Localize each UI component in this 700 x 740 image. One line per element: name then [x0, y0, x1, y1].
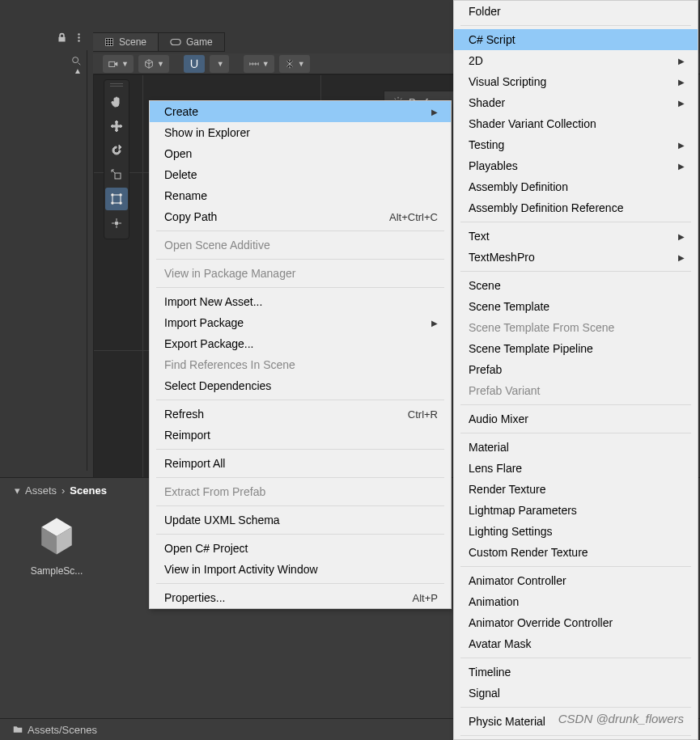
panel-tabs: Scene Game [93, 32, 225, 52]
menu-item[interactable]: Export Package... [150, 333, 451, 354]
breadcrumb[interactable]: ▾ Assets › Scenes [15, 484, 107, 497]
menu-item[interactable]: Lightmap Parameters [454, 500, 698, 521]
chevron-right-icon: ▶ [431, 319, 438, 328]
chevron-right-icon: ▶ [678, 99, 685, 108]
menu-separator [460, 433, 691, 433]
menu-item[interactable]: Assembly Definition [454, 176, 698, 197]
menu-item[interactable]: Signal [454, 683, 698, 704]
camera-icon [108, 58, 119, 70]
tool-rotate[interactable] [105, 139, 128, 162]
menu-item[interactable]: Timeline [454, 662, 698, 683]
menu-separator [156, 449, 444, 450]
menu-item[interactable]: Import Package▶ [150, 312, 451, 333]
context-menu-assets[interactable]: Create▶Show in ExplorerOpenDeleteRenameC… [149, 100, 452, 609]
menu-item[interactable]: Delete [150, 164, 451, 185]
menu-item-label: Material [469, 441, 509, 454]
collapse-icon[interactable]: ▾ [15, 484, 20, 497]
menu-item[interactable]: Lens Flare [454, 458, 698, 479]
menu-item-label: Refresh [164, 408, 204, 421]
menu-item-shortcut: Alt+Ctrl+C [389, 211, 438, 223]
menu-item[interactable]: Animator Controller [454, 570, 698, 591]
menu-item[interactable]: Render Texture [454, 479, 698, 500]
search-icon[interactable] [70, 55, 82, 66]
menu-item-label: Lighting Settings [469, 525, 553, 538]
menu-item[interactable]: Custom Render Texture [454, 542, 698, 563]
tool-move[interactable] [105, 115, 128, 137]
menu-item[interactable]: Create▶ [150, 101, 451, 122]
tool-increment[interactable]: ▼ [244, 55, 274, 73]
menu-item[interactable]: Rename [150, 185, 451, 206]
tool-scale[interactable] [105, 163, 128, 186]
menu-separator [156, 400, 444, 400]
menu-item[interactable]: Material [454, 437, 698, 458]
menu-item[interactable]: Audio Mixer [454, 408, 698, 429]
lock-icon[interactable] [57, 32, 67, 45]
menu-item[interactable]: Select Dependencies [150, 375, 451, 396]
menu-item[interactable]: Open [150, 143, 451, 164]
menu-separator [156, 534, 444, 535]
menu-item-label: Shader [469, 96, 505, 109]
kebab-icon[interactable] [74, 32, 84, 45]
svg-point-0 [78, 33, 79, 35]
menu-item[interactable]: Physic Material [454, 711, 698, 732]
tool-gizmo[interactable]: ▼ [279, 55, 310, 73]
menu-item[interactable]: Animation [454, 591, 698, 612]
menu-item[interactable]: 2D▶ [454, 50, 698, 71]
menu-item[interactable]: Shader Variant Collection [454, 113, 698, 134]
menu-item[interactable]: Animator Override Controller [454, 612, 698, 633]
menu-separator [460, 658, 691, 658]
menu-item[interactable]: Copy PathAlt+Ctrl+C [150, 206, 451, 227]
snap-icon [248, 58, 260, 70]
menu-item: Open Scene Additive [150, 235, 451, 256]
menu-item[interactable]: Prefab [454, 359, 698, 380]
tool-snap-dd[interactable]: ▼ [210, 55, 229, 73]
menu-item[interactable]: Assembly Definition Reference [454, 197, 698, 218]
tool-grid[interactable] [184, 55, 205, 73]
menu-item[interactable]: Testing▶ [454, 134, 698, 155]
menu-separator [460, 404, 691, 405]
grip-icon[interactable] [110, 83, 123, 87]
breadcrumb-current[interactable]: Scenes [70, 484, 107, 497]
menu-item-label: Avatar Mask [469, 637, 532, 650]
menu-item[interactable]: RefreshCtrl+R [150, 404, 451, 425]
menu-item[interactable]: Text▶ [454, 226, 698, 247]
menu-item[interactable]: Open C# Project [150, 538, 451, 559]
menu-item-label: Lightmap Parameters [469, 504, 577, 517]
tab-scene[interactable]: Scene [93, 33, 159, 51]
asset-item[interactable]: SampleSc... [24, 510, 89, 577]
context-menu-create[interactable]: FolderC# Script2D▶Visual Scripting▶Shade… [453, 0, 698, 740]
menu-item[interactable]: Reimport All [150, 453, 451, 474]
tool-hand[interactable] [105, 91, 128, 113]
menu-item[interactable]: Visual Scripting▶ [454, 71, 698, 92]
tool-shading[interactable]: ▼ [138, 55, 169, 73]
menu-item[interactable]: Lighting Settings [454, 521, 698, 542]
menu-item[interactable]: Shader▶ [454, 92, 698, 113]
unity-scene-icon [31, 510, 83, 562]
menu-item[interactable]: Reimport [150, 425, 451, 446]
menu-item[interactable]: View in Import Activity Window [150, 559, 451, 580]
menu-item[interactable]: Update UXML Schema [150, 510, 451, 531]
menu-item[interactable]: Properties...Alt+P [150, 587, 451, 608]
asset-label: SampleSc... [31, 565, 83, 577]
tab-game[interactable]: Game [159, 33, 225, 51]
svg-point-2 [78, 40, 79, 41]
menu-item[interactable]: Folder [454, 1, 698, 22]
menu-item[interactable]: TextMeshPro▶ [454, 247, 698, 268]
menu-item[interactable]: Show in Explorer [150, 122, 451, 143]
menu-item[interactable]: C# Script [454, 29, 698, 50]
menu-item[interactable]: Scene Template [454, 296, 698, 317]
menu-item[interactable]: Playables▶ [454, 155, 698, 176]
tool-transform[interactable] [105, 212, 128, 235]
menu-item[interactable]: Scene Template Pipeline [454, 338, 698, 359]
menu-item[interactable]: Avatar Mask [454, 633, 698, 654]
menu-separator [156, 230, 444, 231]
breadcrumb-root[interactable]: Assets [25, 484, 57, 497]
collapse-icon[interactable]: ▲ [74, 66, 82, 75]
tool-rect[interactable] [105, 188, 128, 210]
menu-item[interactable]: Scene [454, 275, 698, 296]
menu-item[interactable]: Import New Asset... [150, 291, 451, 312]
svg-point-8 [112, 194, 114, 197]
menu-separator [460, 271, 691, 272]
menu-separator [460, 222, 691, 222]
tool-camera[interactable]: ▼ [103, 55, 134, 73]
